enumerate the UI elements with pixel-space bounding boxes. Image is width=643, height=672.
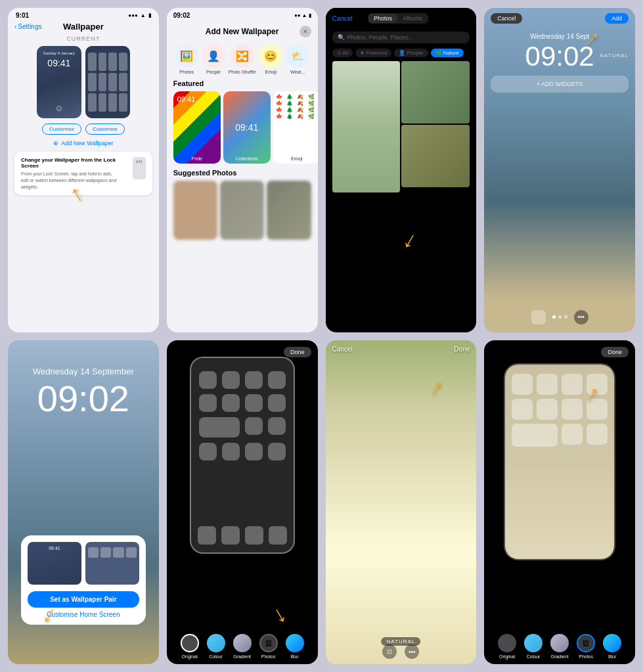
lock-add-button[interactable]: Add <box>605 13 629 24</box>
suggested-photo-3[interactable] <box>267 181 311 240</box>
final-done-button[interactable]: Done <box>601 347 629 357</box>
home-app-grid <box>88 53 127 112</box>
blur-icon <box>286 634 304 652</box>
lock-date-preview: Sunday 9 January <box>43 51 75 55</box>
home-screen-thumb[interactable] <box>85 46 130 118</box>
filter-chips-row: ⊙ All ★ Featured 👤 People 🌿 Nature <box>326 46 477 61</box>
wallpaper-type-icons: 🖼️ Photos 👤 People 🔀 Photo Shuffle 😊 Emo… <box>167 41 318 79</box>
battery-icon: ▮ <box>148 12 151 18</box>
option-photos[interactable]: 🖼 Photos <box>259 634 278 659</box>
final-option-blur[interactable]: Blur <box>603 634 621 659</box>
photo-shuffle-type[interactable]: 🔀 Photo Shuffle <box>229 44 256 74</box>
photo-icon-sm <box>531 310 546 325</box>
app-dot <box>88 93 97 112</box>
more-icon-7[interactable]: ••• <box>405 644 419 659</box>
app-dot <box>119 53 127 71</box>
status-icons-2: ●● ▲ ▮ <box>294 12 311 18</box>
final-original-label: Original <box>499 654 515 659</box>
customise-buttons: Customise Customise <box>8 123 159 135</box>
wallpaper-pair-card: 09:41 Set as Wallpaper Pair Customise Ho… <box>21 535 146 625</box>
cell-final-set: Done Ori <box>484 340 635 665</box>
photo-waterfall-tall[interactable] <box>332 61 401 192</box>
customise-home-link[interactable]: Customise Home Screen <box>28 611 139 618</box>
final-option-original[interactable]: Original <box>498 634 516 659</box>
option-gradient[interactable]: Gradient <box>233 634 252 659</box>
emoji-card[interactable]: 🍁🌲🍂🌿 🍁🌲🍂🌿 🍁🌲🍂🌿 🍁🌲🍂🌿 Emoji <box>273 91 318 164</box>
cell-photo-crop: Cancel Done NATURAL ⊡ ••• ↑ <box>326 340 477 665</box>
final-option-colour[interactable]: Colour <box>524 634 543 659</box>
app-icon <box>268 394 286 412</box>
photos-albums-segment[interactable]: Photos Albums <box>368 13 428 24</box>
waterfall-gradient-overlay <box>326 340 477 665</box>
photo-forest-1[interactable] <box>401 61 470 123</box>
final-blur-icon <box>603 634 621 652</box>
dock-row <box>191 526 294 545</box>
status-icons-1: ●●● ▲ ▮ <box>128 12 150 18</box>
app-dot <box>88 73 97 91</box>
final-photos-label: Photos <box>579 654 593 659</box>
status-bar-2: 09:02 ●● ▲ ▮ <box>167 8 318 20</box>
crop-done-button[interactable]: Done <box>454 346 470 353</box>
final-original-icon <box>498 634 516 652</box>
final-option-photos[interactable]: 🖼 Photos <box>577 634 595 659</box>
home-editor-done-button[interactable]: Done <box>284 347 311 357</box>
suggested-photo-2[interactable] <box>220 181 264 240</box>
add-wallpaper-link[interactable]: ⊕ Add New Wallpaper <box>8 140 159 146</box>
pair-thumbs: 09:41 <box>28 542 139 585</box>
photo-share-icon[interactable]: ⊡ <box>382 644 397 659</box>
emoji-grid: 🍁🌲🍂🌿 🍁🌲🍂🌿 🍁🌲🍂🌿 🍁🌲🍂🌿 <box>273 91 318 164</box>
app-dot <box>99 73 107 91</box>
final-gradient-label: Gradient <box>551 654 569 659</box>
pride-card[interactable]: 09:41 Pride <box>173 91 221 164</box>
phone-frame-8 <box>504 363 615 560</box>
final-colour-icon <box>524 634 543 652</box>
battery-icon-2: ▮ <box>309 12 311 18</box>
weather-icon: ⛅ <box>286 44 309 68</box>
lock-cancel-button[interactable]: Cancel <box>491 13 522 24</box>
search-bar[interactable]: 🔍 Photos, People, Places... <box>332 32 470 43</box>
weather-type[interactable]: ⛅ Weat... <box>286 44 309 74</box>
filter-people[interactable]: 👤 People <box>394 49 428 57</box>
more-button[interactable]: ••• <box>574 310 588 325</box>
set-wallpaper-pair-button[interactable]: Set as Wallpaper Pair <box>28 591 139 608</box>
customise-lock-button[interactable]: Customise <box>42 123 81 135</box>
mini-phone-time: 9:41 <box>136 160 143 164</box>
suggested-photo-1[interactable] <box>173 181 217 240</box>
close-button[interactable]: ✕ <box>299 26 311 37</box>
home-editor-options: Original Colour Gradient 🖼 Photos Blur <box>167 634 318 659</box>
photos-option-icon: 🖼 <box>259 634 278 652</box>
modal-header: Add New Wallpaper ✕ <box>167 20 318 41</box>
app-icon <box>268 371 286 389</box>
crop-cancel-button[interactable]: Cancel <box>332 346 353 353</box>
picker-cancel-button[interactable]: Cancel <box>332 15 353 22</box>
option-colour[interactable]: Colour <box>207 634 225 659</box>
dot-active <box>552 315 556 319</box>
home-icon <box>587 424 608 445</box>
collections-gradient: 09:41 <box>223 91 271 164</box>
filter-nature[interactable]: 🌿 Nature <box>431 49 464 57</box>
filter-featured[interactable]: ★ Featured <box>355 49 391 57</box>
back-button-1[interactable]: ‹ Settings <box>14 23 41 30</box>
final-photos-icon: 🖼 <box>577 634 595 652</box>
original-label: Original <box>182 654 198 659</box>
lock-screen-thumb[interactable]: Sunday 9 January 09:41 ⊙ <box>37 46 81 118</box>
app-dot <box>108 73 117 91</box>
widgets-bar[interactable]: + ADD WIDGETS <box>491 76 629 93</box>
people-type[interactable]: 👤 People <box>202 44 225 74</box>
tooltip-box: Change your Wallpaper from the Lock Scre… <box>14 152 152 195</box>
final-gradient-icon <box>550 634 569 652</box>
photo-forest-2[interactable] <box>401 125 470 187</box>
option-original[interactable]: Original <box>181 634 199 659</box>
photos-tab[interactable]: Photos <box>368 14 397 23</box>
emoji-type[interactable]: 😊 Emoji <box>259 44 282 74</box>
collections-card[interactable]: 09:41 Collections <box>223 91 271 164</box>
option-blur[interactable]: Blur <box>286 634 304 659</box>
original-icon <box>181 634 199 652</box>
albums-tab[interactable]: Albums <box>397 14 428 23</box>
home-app-grid-editor <box>191 358 294 474</box>
filter-all[interactable]: ⊙ All <box>332 49 353 57</box>
photos-type[interactable]: 🖼️ Photos <box>175 44 198 74</box>
customise-home-button[interactable]: Customise <box>85 123 125 135</box>
final-option-gradient[interactable]: Gradient <box>550 634 569 659</box>
lock-preview-top-bar: Cancel Add <box>484 8 635 29</box>
